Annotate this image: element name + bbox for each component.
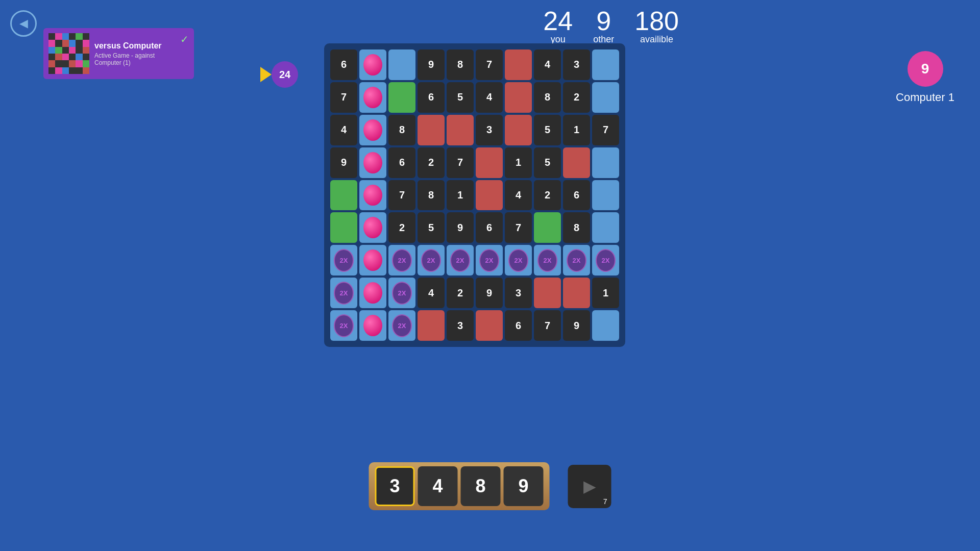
board-cell-5-0[interactable] xyxy=(330,212,357,243)
board-cell-2-2[interactable]: 8 xyxy=(388,115,415,145)
board-cell-1-7[interactable]: 8 xyxy=(534,82,561,113)
board-cell-6-6[interactable]: 2X xyxy=(505,245,532,276)
board-cell-6-0[interactable]: 2X xyxy=(330,245,357,276)
board-cell-8-5[interactable] xyxy=(476,310,503,341)
board-cell-3-7[interactable]: 5 xyxy=(534,147,561,178)
board-cell-3-1[interactable] xyxy=(359,147,386,178)
board-cell-8-4[interactable]: 3 xyxy=(447,310,474,341)
board-cell-7-0[interactable]: 2X xyxy=(330,278,357,308)
board-cell-5-7[interactable] xyxy=(534,212,561,243)
board-cell-2-8[interactable]: 1 xyxy=(563,115,590,145)
game-card[interactable]: versus Computer Active Game - against Co… xyxy=(43,28,194,79)
board-cell-1-1[interactable] xyxy=(359,82,386,113)
board-cell-0-9[interactable] xyxy=(592,49,619,80)
pink-ball xyxy=(363,87,382,108)
board-cell-0-1[interactable] xyxy=(359,49,386,80)
board-cell-8-7[interactable]: 7 xyxy=(534,310,561,341)
board-cell-5-1[interactable] xyxy=(359,212,386,243)
board-cell-5-6[interactable]: 7 xyxy=(505,212,532,243)
board-cell-1-9[interactable] xyxy=(592,82,619,113)
board-cell-1-8[interactable]: 2 xyxy=(563,82,590,113)
board-cell-4-9[interactable] xyxy=(592,180,619,211)
board-cell-8-8[interactable]: 9 xyxy=(563,310,590,341)
board-cell-2-5[interactable]: 3 xyxy=(476,115,503,145)
board-cell-1-5[interactable]: 4 xyxy=(476,82,503,113)
board-cell-0-5[interactable]: 7 xyxy=(476,49,503,80)
board-cell-8-2[interactable]: 2X xyxy=(388,310,415,341)
board-cell-0-3[interactable]: 9 xyxy=(418,49,445,80)
board-cell-7-3[interactable]: 4 xyxy=(418,278,445,308)
hand-tile-3[interactable]: 9 xyxy=(504,466,544,506)
board-cell-0-4[interactable]: 8 xyxy=(447,49,474,80)
board-cell-1-3[interactable]: 6 xyxy=(418,82,445,113)
board-cell-1-0[interactable]: 7 xyxy=(330,82,357,113)
board-cell-4-7[interactable]: 2 xyxy=(534,180,561,211)
board-cell-7-2[interactable]: 2X xyxy=(388,278,415,308)
game-board[interactable]: 6987437654824835179627157814262596782X2X… xyxy=(330,49,619,341)
board-cell-3-8[interactable] xyxy=(563,147,590,178)
board-cell-2-0[interactable]: 4 xyxy=(330,115,357,145)
board-cell-6-5[interactable]: 2X xyxy=(476,245,503,276)
board-cell-0-7[interactable]: 4 xyxy=(534,49,561,80)
board-cell-4-8[interactable]: 6 xyxy=(563,180,590,211)
board-cell-6-2[interactable]: 2X xyxy=(388,245,415,276)
board-cell-8-1[interactable] xyxy=(359,310,386,341)
board-cell-5-9[interactable] xyxy=(592,212,619,243)
back-button[interactable]: ◀ xyxy=(10,10,37,37)
board-cell-6-9[interactable]: 2X xyxy=(592,245,619,276)
board-cell-3-6[interactable]: 1 xyxy=(505,147,532,178)
board-cell-3-2[interactable]: 6 xyxy=(388,147,415,178)
extra-tile-holder[interactable]: ▶ 7 xyxy=(568,465,611,508)
board-cell-7-9[interactable]: 1 xyxy=(592,278,619,308)
board-cell-2-7[interactable]: 5 xyxy=(534,115,561,145)
board-cell-5-5[interactable]: 6 xyxy=(476,212,503,243)
board-cell-3-9[interactable] xyxy=(592,147,619,178)
board-cell-1-2[interactable] xyxy=(388,82,415,113)
board-cell-2-1[interactable] xyxy=(359,115,386,145)
board-cell-6-3[interactable]: 2X xyxy=(418,245,445,276)
board-cell-6-8[interactable]: 2X xyxy=(563,245,590,276)
board-cell-7-8[interactable] xyxy=(563,278,590,308)
board-cell-4-1[interactable] xyxy=(359,180,386,211)
board-cell-4-3[interactable]: 8 xyxy=(418,180,445,211)
board-cell-0-2[interactable] xyxy=(388,49,415,80)
board-cell-5-2[interactable]: 2 xyxy=(388,212,415,243)
board-cell-8-6[interactable]: 6 xyxy=(505,310,532,341)
board-cell-3-5[interactable] xyxy=(476,147,503,178)
hand-tile-1[interactable]: 4 xyxy=(418,466,458,506)
board-cell-2-6[interactable] xyxy=(505,115,532,145)
board-cell-6-7[interactable]: 2X xyxy=(534,245,561,276)
board-cell-5-4[interactable]: 9 xyxy=(447,212,474,243)
board-cell-7-4[interactable]: 2 xyxy=(447,278,474,308)
board-cell-8-9[interactable] xyxy=(592,310,619,341)
board-cell-3-0[interactable]: 9 xyxy=(330,147,357,178)
board-cell-4-4[interactable]: 1 xyxy=(447,180,474,211)
board-cell-3-4[interactable]: 7 xyxy=(447,147,474,178)
board-cell-7-7[interactable] xyxy=(534,278,561,308)
board-cell-2-4[interactable] xyxy=(447,115,474,145)
board-cell-4-5[interactable] xyxy=(476,180,503,211)
hand-tile-2[interactable]: 8 xyxy=(461,466,501,506)
board-cell-0-8[interactable]: 3 xyxy=(563,49,590,80)
board-cell-5-3[interactable]: 5 xyxy=(418,212,445,243)
board-cell-4-0[interactable] xyxy=(330,180,357,211)
board-cell-5-8[interactable]: 8 xyxy=(563,212,590,243)
board-cell-2-9[interactable]: 7 xyxy=(592,115,619,145)
board-cell-4-6[interactable]: 4 xyxy=(505,180,532,211)
board-cell-8-0[interactable]: 2X xyxy=(330,310,357,341)
board-cell-7-5[interactable]: 9 xyxy=(476,278,503,308)
hand-tile-0[interactable]: 3 xyxy=(375,466,415,506)
board-cell-2-3[interactable] xyxy=(418,115,445,145)
board-cell-1-6[interactable] xyxy=(505,82,532,113)
board-cell-0-0[interactable]: 6 xyxy=(330,49,357,80)
board-cell-0-6[interactable] xyxy=(505,49,532,80)
double-multiplier: 2X xyxy=(334,314,354,337)
board-cell-8-3[interactable] xyxy=(418,310,445,341)
board-cell-6-1[interactable] xyxy=(359,245,386,276)
board-cell-3-3[interactable]: 2 xyxy=(418,147,445,178)
board-cell-6-4[interactable]: 2X xyxy=(447,245,474,276)
board-cell-1-4[interactable]: 5 xyxy=(447,82,474,113)
board-cell-7-1[interactable] xyxy=(359,278,386,308)
board-cell-7-6[interactable]: 3 xyxy=(505,278,532,308)
board-cell-4-2[interactable]: 7 xyxy=(388,180,415,211)
